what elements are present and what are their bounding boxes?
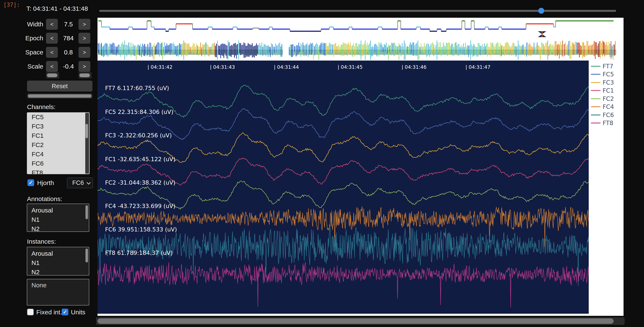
hjorth-label: Hjorth [37,179,54,186]
legend-entry-FC3[interactable]: FC3 [603,79,614,86]
checkbox-label: Fixed int. [36,309,62,316]
dropdown-value: FC6 [72,179,84,186]
annotation-option-N1[interactable]: N1 [27,215,89,224]
channel-option-FT8[interactable]: FT8 [27,168,90,174]
legend-entry-FC5[interactable]: FC5 [603,71,614,78]
width-decrement-button[interactable]: < [46,19,58,30]
dec-mini-slider[interactable] [46,72,59,78]
width-value: 7.5 [59,19,78,30]
channels-listbox[interactable]: FC5FC3FC1FC2FC4FC6FT8 [27,112,90,174]
channel-label-FC5: FC5 22.315:84.306 (uV) [105,109,173,115]
annotations-label: Annotations: [27,195,62,202]
eeg-viewer-app: [37]: T: 04:31:41 - 04:31:48 Width < 7.5… [0,0,644,327]
channel-option-FC6[interactable]: FC6 [27,159,90,168]
channel-option-FC3[interactable]: FC3 [27,122,90,131]
instance-option-N2[interactable]: N2 [27,268,89,276]
channel-option-FC4[interactable]: FC4 [27,150,90,159]
width-label: Width [0,19,43,30]
legend-entry-FC2[interactable]: FC2 [603,95,614,102]
sidebar-scrollbar[interactable] [27,93,92,99]
legend-swatch-FC2 [591,98,600,99]
epoch-label: Epoch [0,33,43,44]
scale-increment-button[interactable]: > [78,61,90,72]
scale-label: Scale [0,61,43,72]
horizontal-scrollbar-thumb[interactable] [98,318,614,324]
channel-option-FC5[interactable]: FC5 [27,112,90,122]
fixed-int--checkbox[interactable] [27,309,34,316]
instance-option-N1[interactable]: N1 [27,258,89,268]
legend-swatch-FC5 [591,74,600,75]
time-tick: | 04:31:43 [210,64,235,70]
channel-label-FT7: FT7 6.117:60.755 (uV) [105,85,169,91]
inc-mini-slider[interactable] [78,72,92,78]
annotations-listbox[interactable]: ArousalN1N2 [27,204,89,232]
legend-swatch-FC6 [591,114,600,116]
legend-swatch-FC4 [591,106,600,107]
time-range-label: T: 04:31:41 - 04:31:48 [26,5,88,12]
instances-listbox[interactable]: ArousalN1N2 [27,247,89,276]
channel-label-FC6: FC6 39.951:158.533 (uV) [105,226,177,233]
channel-label-FC3: FC3 -2.322:60.256 (uV) [105,132,172,138]
channel-label-FC1: FC1 -32.635:45.122 (uV) [105,156,175,162]
instances-label: Instances: [27,238,56,245]
channel-option-FC2[interactable]: FC2 [27,140,90,150]
channel-label-FT8: FT8 61.789:184.37 (uV) [105,250,173,256]
epoch-decrement-button[interactable]: < [46,33,58,44]
legend-swatch-FC1 [591,90,600,91]
scale-value: -0.4 [59,61,78,72]
plot-legend: FT7 FC5 FC3 FC1 FC2 FC4 FC6 FT8 [589,18,624,316]
legend-swatch-FC3 [591,82,600,83]
hypnogram-plot[interactable] [98,19,616,32]
legend-entry-FC6[interactable]: FC6 [603,112,614,118]
epoch-increment-button[interactable]: > [78,33,90,44]
selection-option-None[interactable]: None [27,280,89,290]
channel-label-FC4: FC4 -43.723:33.699 (uV) [105,203,175,209]
time-tick: | 04:31:47 [466,64,490,70]
width-increment-button[interactable]: > [78,19,90,30]
chevron-down-icon [86,180,91,184]
annotations-scrollbar[interactable] [86,205,88,219]
space-decrement-button[interactable]: < [46,47,58,58]
current-epoch-marker[interactable] [538,31,547,37]
signal-overview-strip [98,40,616,60]
legend-swatch-FT7 [591,66,600,67]
time-tick: | 04:31:42 [148,64,172,70]
instance-option-Arousal[interactable]: Arousal [27,249,89,258]
space-label: Space [0,47,43,58]
hjorth-checkbox[interactable]: ✓ [28,179,34,186]
reset-button[interactable]: Reset [27,80,92,92]
selection-listbox[interactable]: None [27,279,89,306]
time-tick: | 04:31:44 [274,64,299,70]
epoch-slider-thumb[interactable] [538,8,544,14]
channels-scrollbar[interactable] [85,113,89,174]
time-tick: | 04:31:45 [338,64,362,70]
annotation-option-Arousal[interactable]: Arousal [27,206,89,215]
horizontal-scrollbar[interactable] [96,317,624,325]
notebook-cell-marker: [37]: [4,2,20,8]
channels-label: Channels: [27,103,56,110]
time-tick: | 04:31:46 [402,64,426,70]
units-checkbox[interactable]: ✓ [62,309,68,316]
instances-scrollbar[interactable] [86,248,88,262]
channel-label-FC2: FC2 -31.044:38.362 (uV) [105,179,175,186]
checkbox-label: Units [71,309,85,316]
legend-entry-FT8[interactable]: FT8 [603,120,614,126]
hjorth-channel-dropdown[interactable]: FC6 [67,178,93,188]
scale-decrement-button[interactable]: < [46,61,58,72]
epoch-position-slider[interactable] [99,10,616,12]
check-icon: ✓ [29,180,33,186]
space-value: 0.8 [59,47,78,58]
legend-entry-FC1[interactable]: FC1 [603,87,614,94]
space-increment-button[interactable]: > [78,47,90,58]
channel-option-FC1[interactable]: FC1 [27,131,90,140]
viewer-panel: | 04:31:42| 04:31:43| 04:31:44| 04:31:45… [98,18,624,316]
eeg-plot-canvas[interactable]: | 04:31:42| 04:31:43| 04:31:44| 04:31:45… [98,60,589,314]
epoch-value: 784 [59,33,78,44]
annotation-option-N2[interactable]: N2 [27,224,89,232]
legend-entry-FC4[interactable]: FC4 [603,103,614,110]
legend-swatch-FT8 [591,122,600,124]
eeg-traces [98,60,589,314]
legend-entry-FT7[interactable]: FT7 [603,63,614,70]
